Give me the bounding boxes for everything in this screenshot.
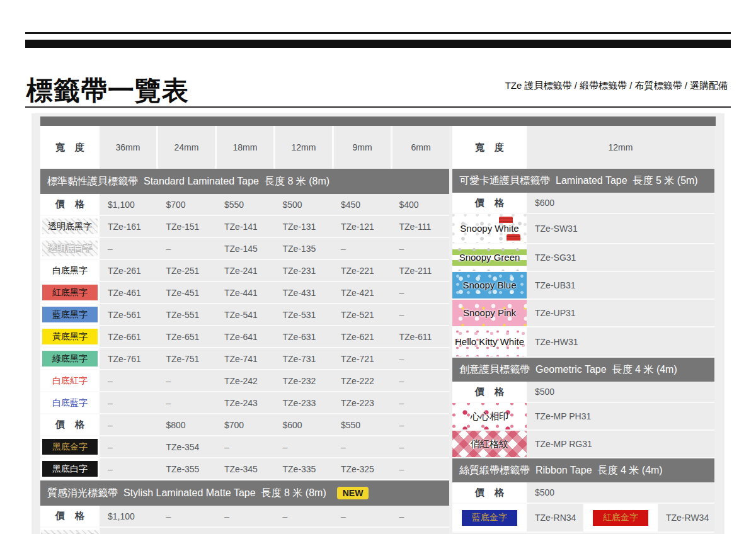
- price-cell: $450: [333, 194, 391, 215]
- model-cell: TZe-751: [158, 348, 217, 369]
- table-row: 透明底白字––TZe-145TZe-135––: [40, 238, 449, 260]
- tape-swatch: 消光透明底白字: [41, 530, 99, 534]
- price-cell: $550: [333, 414, 391, 435]
- tape-label: 心心相印: [471, 411, 508, 421]
- model-cell: TZe-661: [100, 326, 158, 347]
- model-cell: TZe-261: [100, 260, 158, 281]
- price-cell: $1,100: [100, 194, 158, 215]
- tape-swatch: 綠底黑字: [42, 351, 98, 366]
- model-cell: TZe-MP PH31: [527, 403, 714, 429]
- price-cell: –: [333, 506, 391, 526]
- model-cell: TZe-243: [216, 392, 275, 413]
- price-label-cell: 價 格: [40, 414, 100, 435]
- width-label: 寬 度: [55, 142, 84, 154]
- table-row: 心心相印TZe-MP PH31: [452, 403, 714, 431]
- tape-label-cell: 黃底黑字: [40, 326, 100, 347]
- price-label: 價 格: [55, 198, 84, 210]
- price-cell: –: [100, 414, 158, 435]
- model-cell: –: [391, 282, 450, 303]
- section-title-zh: 絲質緞帶標籤帶: [459, 464, 530, 477]
- model-cell: TZe-RW34: [658, 504, 714, 531]
- model-cell: TZe-242: [216, 370, 275, 391]
- tape-label-cell: 透明底黑字: [40, 216, 100, 237]
- model-cell: TZe-221: [333, 260, 391, 281]
- page-title: 標籤帶一覽表: [26, 73, 189, 108]
- width-column-header: 12mm: [527, 126, 714, 169]
- table-top-strip: [40, 116, 716, 126]
- model-cell: TZe-151: [158, 216, 217, 237]
- model-cell: TZe-121: [333, 216, 391, 237]
- tape-swatch: 白底紅字: [42, 373, 98, 389]
- width-column-header: 6mm: [391, 126, 449, 169]
- section-length: 長度 4 米 (4m): [612, 363, 677, 377]
- model-cell: TZe-431: [275, 282, 333, 303]
- width-column-header: 18mm: [215, 126, 273, 169]
- table-row: 綠底黑字TZe-761TZe-751TZe-741TZe-731TZe-721–: [40, 348, 449, 370]
- model-cell: TZe-421: [333, 282, 391, 303]
- model-cell: [391, 528, 450, 534]
- table-row: 藍底金字TZe-RN34紅底金字TZe-RW34: [452, 504, 714, 533]
- table-row: 透明底黑字TZe-161TZe-151TZe-141TZe-131TZe-121…: [40, 216, 449, 238]
- price-cell: $550: [216, 194, 275, 215]
- model-cell: TZe-611: [391, 326, 450, 347]
- model-cell: –: [391, 370, 450, 391]
- price-label: 價 格: [55, 419, 84, 431]
- section-length: 長度 5 米 (5m): [633, 174, 698, 188]
- new-badge: NEW: [337, 487, 369, 499]
- model-cell: TZe-641: [216, 326, 275, 347]
- section-title-zh: 質感消光標籤帶: [47, 487, 118, 500]
- model-cell: TZe-345: [216, 458, 275, 479]
- model-cell: [216, 528, 275, 534]
- tape-label-cell: 紅底黑字: [40, 282, 100, 303]
- model-cell: TZe-354: [158, 436, 217, 457]
- tape-label-cell: 白底紅字: [40, 370, 100, 391]
- table-row: 白底藍字––TZe-243TZe-233TZe-223–: [40, 392, 449, 414]
- table-row: 黑底金字–TZe-354––––: [40, 436, 449, 458]
- tape-label-cell: 綠底黑字: [40, 348, 100, 369]
- price-label-cell: 價 格: [40, 194, 100, 215]
- table-row: 白底紅字––TZe-242TZe-232TZe-222–: [40, 370, 449, 392]
- model-cell: TZe-731: [275, 348, 333, 369]
- width-column-header: 36mm: [100, 126, 156, 169]
- table-row: 俏紅格紋TZe-MP RG31: [452, 431, 714, 458]
- section-length: 長度 4 米 (4m): [598, 464, 663, 477]
- model-cell: [275, 528, 333, 534]
- width-label-cell: 寬 度: [40, 126, 100, 169]
- width-column-header: 9mm: [332, 126, 391, 169]
- model-cell: –: [391, 458, 450, 479]
- model-cell: TZe-MP RG31: [527, 431, 714, 457]
- price-cell: –: [158, 506, 217, 526]
- model-cell: TZe-541: [216, 304, 275, 325]
- model-cell: –: [100, 436, 158, 457]
- model-cell: TZe-232: [275, 370, 333, 391]
- table-row: 價 格$500: [452, 482, 714, 504]
- tape-swatch: 紅底金字: [593, 510, 648, 526]
- tape-swatch: 透明底白字: [42, 241, 98, 256]
- tape-pattern-cell: Snoopy Blue: [452, 272, 527, 298]
- price-cell: $400: [391, 194, 450, 215]
- section-title-zh: 可愛卡通護貝標籤帶: [459, 174, 550, 188]
- top-rule-thick: [25, 40, 731, 48]
- model-cell: TZe-223: [333, 392, 391, 413]
- table-row: 黑底白字–TZe-355TZe-345TZe-335TZe-325–: [40, 458, 449, 480]
- price-cell: –: [216, 506, 275, 526]
- model-cell: TZe-RN34: [527, 504, 583, 531]
- top-rule-thin: [25, 32, 731, 34]
- tape-swatch: 黃底黑字: [42, 329, 98, 344]
- tape-label-cell: 黑底金字: [40, 436, 100, 457]
- model-cell: –: [158, 370, 217, 391]
- section-header: 絲質緞帶標籤帶Ribbon Tape長度 4 米 (4m): [452, 458, 714, 482]
- tape-pattern-cell: Snoopy Green: [452, 244, 527, 271]
- section-header: 可愛卡通護貝標籤帶Laminated Tape長度 5 米 (5m): [452, 169, 714, 193]
- price-label-cell: 價 格: [40, 506, 100, 526]
- price-label: 價 格: [475, 197, 504, 209]
- tape-swatch: 黑底金字: [42, 439, 98, 455]
- table-row: 白底黑字TZe-261TZe-251TZe-241TZe-231TZe-221T…: [40, 260, 449, 282]
- model-cell: TZe-551: [158, 304, 217, 325]
- section-title-en: Ribbon Tape: [536, 465, 592, 476]
- price-cell: –: [275, 506, 333, 526]
- tape-label: Snoopy Pink: [463, 307, 516, 318]
- model-cell: TZe-233: [275, 392, 333, 413]
- width-header-row: 寬 度12mm: [452, 126, 714, 169]
- price-cell: $600: [275, 414, 333, 435]
